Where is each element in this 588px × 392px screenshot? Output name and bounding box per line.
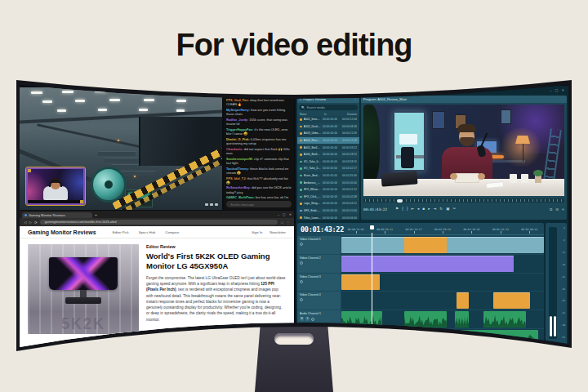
- orange-clip[interactable]: [341, 274, 380, 291]
- timeline-ruler[interactable]: 00:00:32:0200:00:58:1100:01:24:1700:01:5…: [341, 223, 544, 235]
- back-icon[interactable]: ◁: [24, 220, 26, 225]
- project-row[interactable]: Music_Bed_Chill.wav00:00:00:0000:02:45:0…: [297, 172, 359, 180]
- chat-username[interactable]: Radfan_Jordy:: [226, 118, 249, 122]
- green-clip[interactable]: [483, 311, 526, 327]
- mark-in-icon[interactable]: {: [402, 207, 403, 212]
- nav-link[interactable]: Compare: [165, 230, 179, 234]
- browser-menu-icon[interactable]: ⋮: [287, 220, 291, 225]
- green-clip[interactable]: [404, 311, 447, 327]
- track-lane[interactable]: [341, 255, 544, 273]
- step-back-icon[interactable]: ◂: [417, 207, 419, 212]
- program-tab-label[interactable]: Program: A004_Review_Main: [363, 97, 407, 101]
- go-to-out-icon[interactable]: ⇥: [433, 207, 436, 212]
- menu-item-clip[interactable]: Clip: [345, 88, 351, 92]
- browser-tab[interactable]: Gaming Monitor Reviews: [22, 212, 92, 219]
- menu-item-file[interactable]: File: [309, 88, 314, 92]
- menu-item-window[interactable]: Window: [404, 88, 416, 92]
- game-window[interactable]: [20, 87, 222, 210]
- window-control-icon[interactable]: ✕: [561, 88, 564, 92]
- insert-icon[interactable]: ▣: [446, 207, 449, 212]
- panel-more-icon[interactable]: ⋮: [354, 97, 357, 101]
- window-control-icon[interactable]: ▢: [555, 88, 559, 92]
- green-clip[interactable]: [455, 311, 469, 327]
- chat-username[interactable]: MySniperHarry:: [226, 108, 251, 112]
- razor-icon[interactable]: ✂: [453, 207, 457, 212]
- nav-link[interactable]: Newsletter: [270, 230, 286, 234]
- menu-item-sequence[interactable]: Sequence: [356, 88, 372, 92]
- project-row[interactable]: SFX_Whoosh_01.wav00:00:00:0000:00:01:12: [297, 186, 359, 194]
- stop-icon[interactable]: ■: [422, 207, 425, 212]
- chat-username[interactable]: SmokestomperW:: [226, 157, 254, 161]
- green-clip[interactable]: [341, 330, 538, 346]
- chat-username[interactable]: ReSmasherBoy:: [226, 185, 252, 189]
- project-row[interactable]: VO_Take_02.wav00:00:00:0000:04:02:17: [297, 165, 359, 172]
- project-row[interactable]: A006_Broll_Screen.mov00:00:00:0000:00:18…: [297, 151, 359, 158]
- green-clip[interactable]: [341, 311, 382, 327]
- window-control-icon[interactable]: ▢: [283, 211, 286, 218]
- solo-button[interactable]: S: [305, 317, 310, 321]
- window-control-icon[interactable]: –: [550, 88, 551, 92]
- panel-menu-icon[interactable]: ≡: [562, 207, 564, 212]
- new-tab-button[interactable]: +: [95, 212, 97, 218]
- project-row[interactable]: A005_Broll_Office.mov00:00:00:0000:00:33…: [297, 144, 359, 151]
- audio-fader-right[interactable]: [554, 316, 556, 336]
- project-row[interactable]: A002_Desk_Close.mov00:00:00:0000:00:08:1…: [297, 123, 359, 131]
- panel-menu-icon[interactable]: ≡: [300, 97, 301, 101]
- compare-icon[interactable]: ⧉: [550, 207, 552, 212]
- menu-item-help[interactable]: Help: [421, 88, 429, 92]
- loop-icon[interactable]: ↻: [439, 207, 443, 212]
- menu-item-marker[interactable]: Marker: [376, 88, 387, 92]
- track-lane[interactable]: [341, 310, 544, 328]
- play-icon[interactable]: ▸: [428, 207, 430, 212]
- track-lane[interactable]: [341, 329, 544, 347]
- chat-username[interactable]: Chardonix:: [226, 147, 244, 151]
- add-marker-icon[interactable]: ⚑: [395, 207, 399, 212]
- orange-clip[interactable]: [404, 237, 447, 253]
- nav-link[interactable]: Editor Pick: [113, 230, 129, 234]
- menu-item-edit[interactable]: Edit: [318, 88, 324, 92]
- scrubber-handle[interactable]: [397, 199, 403, 203]
- project-row[interactable]: VO_Take_01.wav00:00:00:0000:03:58:10: [297, 158, 359, 166]
- track-lane[interactable]: [341, 292, 544, 310]
- project-row[interactable]: GFX_Endcard.png00:00:00:0000:00:10:00: [297, 207, 359, 215]
- chat-username[interactable]: TacticalTimmy:: [226, 167, 250, 171]
- site-logo[interactable]: Gaming Monitor Reviews: [28, 229, 96, 235]
- audio-fader-left[interactable]: [550, 316, 552, 336]
- project-row[interactable]: A003_Unbox_Hands.mov00:00:00:0000:00:21:…: [297, 130, 359, 137]
- project-row[interactable]: SFX_Click_Set.wav00:00:00:0000:00:02:08: [297, 194, 359, 201]
- orange-clip[interactable]: [457, 292, 469, 309]
- chat-input[interactable]: [226, 203, 292, 207]
- track-lane[interactable]: [341, 236, 544, 254]
- mark-out-icon[interactable]: }: [407, 207, 408, 212]
- nav-link[interactable]: Specs Hub: [139, 230, 155, 234]
- bookmark-icon[interactable]: ☆: [280, 220, 283, 225]
- chat-username[interactable]: FPS_Idol_TJ:: [226, 176, 247, 180]
- chat-username[interactable]: Dimitri_O_Fisk:: [226, 137, 251, 141]
- video-preview[interactable]: [363, 105, 564, 196]
- orange-clip[interactable]: [493, 292, 530, 309]
- chat-username[interactable]: TriggerHappyFan:: [226, 127, 254, 131]
- track-lane[interactable]: [341, 274, 544, 292]
- media-search[interactable]: 🔍 Search media: [299, 105, 358, 110]
- settings-icon[interactable]: ⚙: [555, 207, 559, 212]
- project-row[interactable]: Titles_Lower3rd.mov00:00:00:0000:00:06:0…: [297, 214, 359, 220]
- project-row[interactable]: A001_Intro_Wide.mov00:00:00:0000:00:12:0…: [297, 116, 359, 123]
- url-field[interactable]: gamingmonitorreviews.com/worlds-first-5k…: [40, 220, 278, 225]
- window-control-icon[interactable]: –: [278, 211, 279, 218]
- mute-button[interactable]: M: [300, 317, 304, 321]
- project-tab-label[interactable]: Project: Review: [303, 97, 326, 101]
- forward-icon[interactable]: ▷: [29, 220, 31, 225]
- reload-icon[interactable]: ⟳: [34, 220, 38, 225]
- chat-username[interactable]: GAMIC_BuildTags:: [226, 195, 256, 198]
- track-lock-icon[interactable]: [300, 280, 303, 283]
- track-lock-icon[interactable]: [300, 261, 303, 265]
- project-row[interactable]: A004_Review_Main.mov00:00:00:0000:04:12:…: [297, 137, 359, 145]
- purple-clip[interactable]: [341, 256, 514, 272]
- track-lock-icon[interactable]: [311, 318, 314, 321]
- menu-item-tools[interactable]: Tools: [392, 88, 400, 92]
- project-row[interactable]: Ambience_Room.wav00:00:00:0000:05:00:00: [297, 179, 359, 186]
- preview-scrubber[interactable]: [363, 198, 564, 203]
- track-lock-icon[interactable]: [300, 243, 303, 246]
- track-lock-icon[interactable]: [300, 298, 303, 301]
- go-to-in-icon[interactable]: ⇤: [411, 207, 414, 212]
